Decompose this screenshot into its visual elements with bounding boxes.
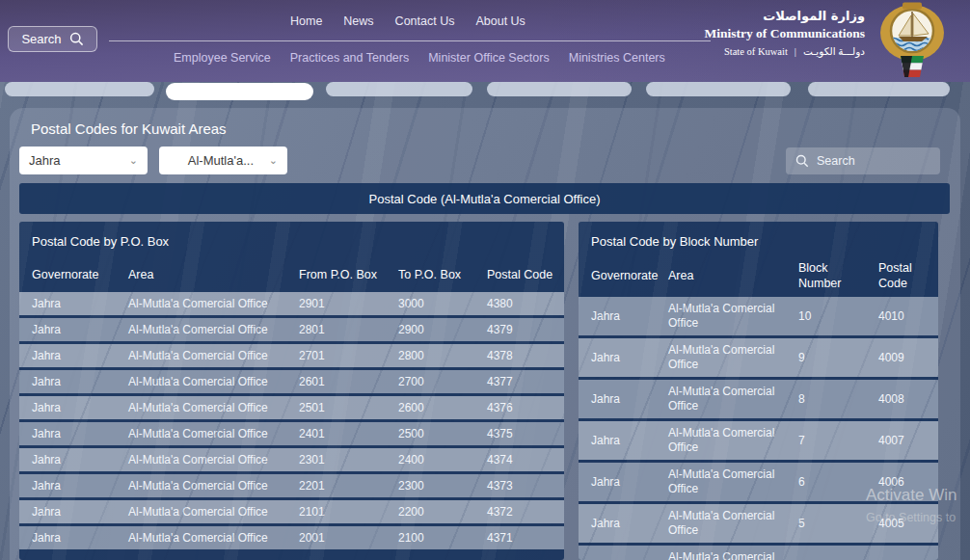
table-cell: 2901 bbox=[299, 297, 398, 310]
column-header: Area bbox=[128, 268, 299, 281]
table-cell: 4374 bbox=[487, 453, 559, 467]
table-cell: Al-Mutla'a Comercial Office bbox=[668, 550, 798, 560]
table-cell: 2401 bbox=[299, 427, 398, 440]
table-cell: 2100 bbox=[398, 531, 487, 545]
table-cell: 2800 bbox=[398, 349, 487, 362]
nav-news[interactable]: News bbox=[343, 14, 373, 28]
table-cell: 4372 bbox=[487, 505, 559, 519]
tab[interactable] bbox=[808, 82, 950, 96]
column-header: Area bbox=[668, 268, 798, 283]
tab[interactable] bbox=[166, 83, 313, 100]
tab[interactable] bbox=[646, 82, 791, 96]
state-of-kuwait-ar: دولـــة الكويـت bbox=[803, 45, 865, 57]
nav-practices-tenders[interactable]: Practices and Tenders bbox=[290, 51, 409, 65]
governorate-select-value: Jahra bbox=[19, 153, 129, 168]
table-cell: Jahra bbox=[591, 475, 668, 489]
table-cell: 2400 bbox=[398, 453, 487, 467]
table-cell: Jahra bbox=[32, 323, 128, 336]
table-cell: Al-Mutla'a Comercial Office bbox=[128, 479, 299, 493]
governorate-select[interactable]: Jahra ⌄ bbox=[19, 147, 148, 174]
table-cell: Al-Mutla'a Comercial Office bbox=[668, 302, 798, 331]
search-button-label: Search bbox=[21, 32, 61, 46]
column-header: Governorate bbox=[591, 268, 668, 283]
nav-employee-service[interactable]: Employee Service bbox=[174, 51, 271, 65]
header-divider bbox=[109, 40, 711, 41]
table-row: JahraAl-Mutla'a Comercial Office26012700… bbox=[19, 370, 564, 393]
primary-nav: Home News Contact Us About Us bbox=[290, 14, 525, 28]
table-cell: Jahra bbox=[32, 401, 128, 414]
table-cell: 2500 bbox=[398, 427, 487, 440]
table-cell: Jahra bbox=[591, 517, 668, 530]
table-row: JahraAl-Mutla'a Comercial Office27012800… bbox=[19, 344, 564, 367]
kuwait-emblem-logo bbox=[874, 2, 951, 79]
table-cell: Al-Mutla'a Comercial Office bbox=[128, 349, 299, 362]
tab[interactable] bbox=[326, 82, 472, 96]
table-cell: Jahra bbox=[32, 297, 128, 310]
chevron-down-icon: ⌄ bbox=[129, 154, 148, 167]
table-row: JahraAl-Mutla'a Comercial Office24012500… bbox=[19, 422, 564, 445]
postal-codes-panel: Postal Codes for Kuwait Areas Jahra ⌄ Al… bbox=[10, 108, 960, 560]
column-header: From P.O. Box bbox=[299, 268, 398, 281]
pobox-table-card: Postal Code by P.O. Box Governorate Area… bbox=[19, 222, 564, 560]
table-cell: 2201 bbox=[299, 479, 398, 493]
table-cell: 4379 bbox=[487, 323, 559, 336]
table-cell: 4010 bbox=[878, 309, 926, 323]
panel-heading: Postal Codes for Kuwait Areas bbox=[31, 120, 227, 137]
table-cell: 2001 bbox=[299, 531, 398, 545]
state-divider: | bbox=[795, 46, 796, 57]
pobox-table-header: Governorate Area From P.O. Box To P.O. B… bbox=[19, 268, 564, 281]
table-cell: 2701 bbox=[299, 349, 398, 362]
search-icon bbox=[795, 154, 809, 168]
table-cell: 2200 bbox=[398, 505, 487, 519]
table-cell: Al-Mutla'a Comercial Office bbox=[128, 375, 299, 388]
table-cell: Jahra bbox=[32, 453, 128, 467]
header-search-button[interactable]: Search bbox=[8, 26, 97, 52]
table-row: JahraAl-Mutla'a Comercial Office29013000… bbox=[19, 292, 564, 315]
table-cell: Al-Mutla'a Comercial Office bbox=[668, 385, 798, 413]
column-header: Postal Code bbox=[878, 260, 926, 292]
area-select[interactable]: Al-Mutla'a... ⌄ bbox=[159, 147, 287, 174]
table-row: Al-Mutla'a Comercial Office bbox=[579, 546, 938, 560]
table-cell: Al-Mutla'a Comercial Office bbox=[128, 401, 299, 414]
tab[interactable] bbox=[5, 82, 154, 96]
table-cell: 4008 bbox=[878, 392, 926, 406]
nav-minister-office-sectors[interactable]: Minister Office Sectors bbox=[428, 51, 550, 65]
windows-activation-watermark: Activate Win Go to Settings to bbox=[866, 486, 957, 524]
table-cell: Jahra bbox=[32, 375, 128, 388]
table-cell: Jahra bbox=[32, 479, 128, 493]
table-cell: Jahra bbox=[591, 392, 668, 406]
table-row: JahraAl-Mutla'a Comercial Office84008 bbox=[579, 380, 938, 418]
table-cell: 4378 bbox=[487, 349, 559, 362]
nav-about-us[interactable]: About Us bbox=[475, 14, 525, 28]
table-row: JahraAl-Mutla'a Comercial Office28012900… bbox=[19, 318, 564, 341]
nav-home[interactable]: Home bbox=[290, 14, 322, 28]
table-cell: Al-Mutla'a Comercial Office bbox=[668, 467, 798, 496]
chevron-down-icon: ⌄ bbox=[269, 154, 287, 167]
nav-ministries-centers[interactable]: Ministries Centers bbox=[569, 51, 665, 65]
table-cell: Jahra bbox=[32, 427, 128, 440]
table-cell: Jahra bbox=[591, 351, 668, 364]
table-row: JahraAl-Mutla'a Comercial Office104010 bbox=[579, 297, 938, 335]
column-header: Postal Code bbox=[487, 268, 559, 281]
ministry-title-english: Ministry of Communications bbox=[705, 26, 866, 41]
table-cell: Al-Mutla'a Comercial Office bbox=[128, 323, 299, 336]
column-header: Block Number bbox=[798, 260, 878, 292]
table-cell: Al-Mutla'a Comercial Office bbox=[668, 343, 798, 372]
table-cell: 2501 bbox=[299, 401, 398, 414]
table-cell: Al-Mutla'a Comercial Office bbox=[668, 426, 798, 455]
table-cell: 8 bbox=[798, 392, 878, 406]
nav-contact-us[interactable]: Contact Us bbox=[395, 14, 455, 28]
table-search-input[interactable]: Search bbox=[786, 147, 940, 174]
ministry-title-arabic: وزارة المواصلات bbox=[705, 9, 866, 23]
table-cell: 4380 bbox=[487, 297, 559, 310]
tab[interactable] bbox=[487, 82, 632, 96]
table-cell: Jahra bbox=[591, 309, 668, 323]
table-row: JahraAl-Mutla'a Comercial Office25012600… bbox=[19, 396, 564, 419]
search-placeholder: Search bbox=[817, 154, 855, 168]
table-cell: 2900 bbox=[398, 323, 487, 336]
block-table-header: Governorate Area Block Number Postal Cod… bbox=[579, 260, 938, 292]
table-cell: 4375 bbox=[487, 427, 559, 440]
table-cell: 2300 bbox=[398, 479, 487, 493]
table-cell: Al-Mutla'a Comercial Office bbox=[668, 509, 798, 538]
table-cell: 2801 bbox=[299, 323, 398, 336]
